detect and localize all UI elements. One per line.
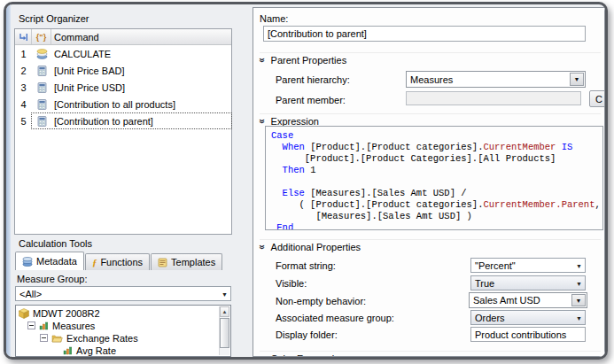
non-empty-behavior-label: Non-empty behavior: xyxy=(276,296,366,306)
folder-open-icon xyxy=(51,334,63,343)
visible-dropdown[interactable]: True ▼ xyxy=(470,275,586,290)
tree-item-avg-rate[interactable]: Avg Rate xyxy=(19,345,218,356)
measure-icon xyxy=(63,346,73,355)
script-organizer-panel: Script Organizer {"} Command 1 xyxy=(14,11,232,235)
code-line: ( [Product].[Product categories].Current… xyxy=(271,199,602,211)
section-additional-properties[interactable]: » Additional Properties xyxy=(260,239,601,253)
chevron-down-icon[interactable]: ▼ xyxy=(571,294,586,306)
measure-group-dropdown[interactable]: <All> ▼ xyxy=(15,286,231,301)
command-type-column-header[interactable]: {"} xyxy=(32,29,51,44)
parent-member-label: Parent member: xyxy=(276,95,346,105)
calculation-tools-tabs: Metadata ƒ Functions Templates xyxy=(15,252,232,270)
expression-editor[interactable]: Case When [Product].[Product categories]… xyxy=(265,126,603,230)
collapse-icon[interactable] xyxy=(27,321,35,329)
script-row-unit-price-bad[interactable]: 2 [Unit Price BAD] xyxy=(15,62,231,79)
calculated-member-icon xyxy=(32,116,51,127)
code-line xyxy=(271,176,602,188)
code-line: Else [Measures].[Sales Amt USD] / xyxy=(271,188,602,199)
code-line: When [Product].[Product categories].Curr… xyxy=(271,142,602,153)
collapse-icon[interactable] xyxy=(40,334,48,342)
scrollbar-thumb[interactable] xyxy=(220,318,229,348)
calculate-script-icon xyxy=(32,49,51,59)
display-folder-input[interactable] xyxy=(470,327,586,342)
script-row-contribution-parent[interactable]: 5 [Contribution to parent] xyxy=(15,112,231,129)
tree-item-exchange-rates[interactable]: Exchange Rates xyxy=(19,332,218,344)
collapse-section-icon: » xyxy=(257,244,268,250)
script-grid-header: {"} Command xyxy=(15,29,231,45)
scroll-up-button[interactable]: ▲ xyxy=(220,306,229,317)
collapse-section-icon: » xyxy=(257,119,268,124)
measure-icon xyxy=(39,321,49,330)
chevron-down-icon: ▼ xyxy=(222,291,228,298)
calculation-tools-panel: Calculation Tools Metadata ƒ Functions xyxy=(14,236,232,357)
visible-label: Visible: xyxy=(276,278,307,289)
application-window: Script Organizer {"} Command 1 xyxy=(4,2,608,360)
code-line: [Measures].[Sales Amt USD] ) xyxy=(271,211,602,222)
format-string-label: Format string: xyxy=(276,260,336,271)
script-order-column-header[interactable] xyxy=(15,29,32,44)
script-organizer-title: Script Organizer xyxy=(14,11,232,27)
chevron-down-icon: ▼ xyxy=(576,281,582,287)
tree-scrollbar[interactable]: ▲ xyxy=(219,306,229,355)
tab-templates[interactable]: Templates xyxy=(151,253,222,270)
script-row-unit-price-usd[interactable]: 3 [Unit Price USD] xyxy=(15,79,231,96)
metadata-icon xyxy=(22,257,33,267)
name-input[interactable] xyxy=(263,26,586,42)
calculation-tools-title: Calculation Tools xyxy=(14,236,232,252)
non-empty-behavior-dropdown[interactable]: Sales Amt USD ▼ xyxy=(469,292,587,308)
metadata-tree: MDWT 2008R2 Measures xyxy=(15,305,231,357)
calculated-member-icon xyxy=(32,99,51,110)
calculated-member-icon xyxy=(32,66,51,76)
expand-section-icon: » xyxy=(257,356,268,357)
tree-item-cube[interactable]: MDWT 2008R2 xyxy=(19,307,218,319)
code-line: Case xyxy=(271,130,602,142)
chevron-down-icon: ▼ xyxy=(576,315,582,321)
cube-icon xyxy=(19,308,29,319)
parent-hierarchy-dropdown[interactable]: Measures ▼ xyxy=(406,71,586,88)
section-color-expressions[interactable]: » Color Expressions xyxy=(260,351,601,357)
name-label: Name: xyxy=(260,13,288,24)
script-grid: {"} Command 1 CALCULATE 2 xyxy=(14,28,232,235)
display-folder-label: Display folder: xyxy=(276,329,338,340)
command-column-header[interactable]: Command xyxy=(51,29,231,44)
chevron-down-icon[interactable]: ▼ xyxy=(570,73,584,86)
calculation-editor-panel: Name: » Parent Properties Parent hierarc… xyxy=(253,7,605,357)
format-string-dropdown[interactable]: "Percent" ▼ xyxy=(470,258,586,273)
tab-metadata[interactable]: Metadata xyxy=(15,252,84,270)
measure-group-label: Measure Group: xyxy=(17,274,87,284)
associated-measure-group-dropdown[interactable]: Orders ▼ xyxy=(470,310,586,325)
chevron-down-icon: ▼ xyxy=(576,263,582,269)
collapse-section-icon: » xyxy=(257,58,268,63)
functions-icon: ƒ xyxy=(92,257,97,267)
associated-measure-group-label: Associated measure group: xyxy=(276,313,394,323)
parent-hierarchy-label: Parent hierarchy: xyxy=(276,74,350,85)
window-left-edge xyxy=(6,4,11,357)
script-row-calculate[interactable]: 1 CALCULATE xyxy=(15,45,231,62)
command-type-icon: {"} xyxy=(36,33,46,42)
tab-functions[interactable]: ƒ Functions xyxy=(85,253,150,270)
section-parent-properties[interactable]: » Parent Properties xyxy=(260,52,601,66)
tree-item-measures[interactable]: Measures xyxy=(19,320,218,331)
script-order-icon xyxy=(19,33,27,42)
code-line: End xyxy=(271,222,602,230)
code-line: Then 1 xyxy=(271,165,602,176)
templates-icon xyxy=(158,258,167,267)
script-row-contribution-all-products[interactable]: 4 [Contribution to all products] xyxy=(15,96,231,112)
parent-member-input xyxy=(406,91,581,105)
calculated-member-icon xyxy=(32,82,51,93)
code-line: [Product].[Product Categories].[All Prod… xyxy=(271,153,602,165)
change-button[interactable]: C xyxy=(589,90,605,107)
